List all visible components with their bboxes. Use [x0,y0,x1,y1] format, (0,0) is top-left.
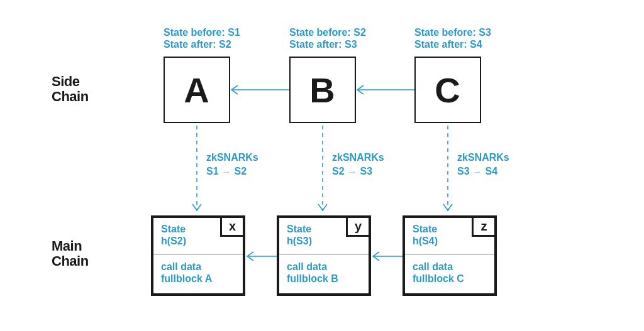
zksnark-to: S2 [234,166,247,176]
zksnark-label-c: zkSNARKs S3 → S4 [457,151,509,178]
zksnark-transition: S1 → S2 [206,165,258,178]
zksnark-from: S1 [206,166,219,176]
main-chain-label: Main Chain [52,239,89,269]
state-after: State after: S2 [164,38,240,50]
state-label: State [287,223,342,235]
main-block-state: State h(S3) [287,223,342,247]
side-block-letter: A [165,58,229,122]
state-pair-a: State before: S1 State after: S2 [164,26,240,50]
main-block-tag: y [346,218,369,237]
side-chain-label: Side Chain [52,74,89,104]
divider [405,254,494,255]
main-block-x: x State h(S2) call data fullblock A [151,215,245,296]
state-after: State after: S3 [289,38,366,50]
zksnark-transition: S2 → S3 [332,165,384,178]
zksnark-from: S2 [332,166,345,176]
main-block-tag: z [472,218,494,237]
calldata-line2: fullblock A [161,273,235,285]
side-block-letter: C [416,58,480,122]
state-label: State [161,223,216,235]
main-block-calldata: call data fullblock C [413,261,487,285]
main-block-y: y State h(S3) call data fullblock B [277,215,371,296]
divider [153,254,243,255]
main-block-z: z State h(S4) call data fullblock C [402,215,497,296]
zksnark-title: zkSNARKs [332,151,384,165]
state-hash: h(S2) [161,235,216,247]
main-block-state: State h(S2) [161,223,216,247]
main-block-state: State h(S4) [413,223,468,247]
zksnark-to: S4 [485,166,497,176]
zksnark-from: S3 [457,166,470,176]
divider [279,254,369,255]
zksnark-transition: S3 → S4 [457,165,509,178]
state-after: State after: S4 [414,38,491,50]
state-hash: h(S4) [413,235,468,247]
calldata-line2: fullblock B [287,273,361,285]
state-before: State before: S2 [289,26,366,38]
side-block-letter: B [291,58,355,122]
calldata-line2: fullblock C [413,273,487,285]
main-block-calldata: call data fullblock A [161,261,235,285]
calldata-line1: call data [161,261,235,273]
main-block-tag: x [220,218,243,237]
side-block-b: B [289,57,356,123]
state-hash: h(S3) [287,235,342,247]
zksnark-title: zkSNARKs [457,151,509,165]
main-block-calldata: call data fullblock B [287,261,361,285]
state-pair-b: State before: S2 State after: S3 [289,26,366,50]
zksnark-label-b: zkSNARKs S2 → S3 [332,151,384,178]
state-pair-c: State before: S3 State after: S4 [414,26,491,50]
calldata-line1: call data [413,261,487,273]
side-block-a: A [164,57,230,123]
arrow-right-icon: → [347,165,357,179]
state-label: State [413,223,468,235]
side-block-c: C [414,57,481,123]
arrow-right-icon: → [472,165,482,179]
calldata-line1: call data [287,261,361,273]
arrow-right-icon: → [221,165,231,179]
zksnark-title: zkSNARKs [206,151,258,165]
zksnark-to: S3 [360,166,372,176]
state-before: State before: S1 [164,26,240,38]
zksnark-label-a: zkSNARKs S1 → S2 [206,151,258,178]
diagram: Side Chain Main Chain State before: S1 S… [0,0,644,331]
state-before: State before: S3 [414,26,491,38]
